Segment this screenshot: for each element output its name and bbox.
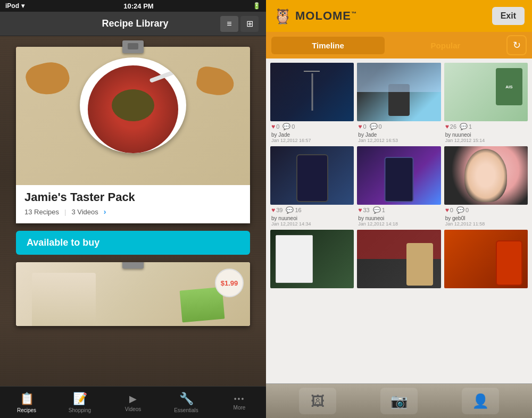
photo-item-9[interactable]: [444, 230, 528, 288]
more-icon[interactable]: ›: [104, 207, 106, 216]
price-badge: $1.99: [215, 269, 244, 297]
soup-garnish: [112, 89, 154, 121]
pole-img: [311, 73, 313, 111]
tab-popular[interactable]: Popular: [389, 37, 502, 54]
recipe-image-1: [16, 47, 250, 185]
likes-2: ♥ 0: [358, 123, 366, 130]
exit-button[interactable]: Exit: [492, 7, 525, 25]
status-left: iPod ▾: [5, 2, 24, 10]
date-1: Jan 12,2012 16:57: [270, 138, 354, 143]
gallery-button[interactable]: 🖼: [299, 388, 336, 414]
comments-2: 💬 0: [370, 123, 382, 130]
date-6: Jan 12,2012 11:58: [444, 221, 528, 227]
photo-thumb-7: [270, 230, 354, 288]
photo-meta-6: ♥ 0 💬 0: [444, 205, 528, 215]
photo-row-3: [270, 230, 528, 288]
app-name: MOLOME™: [295, 9, 357, 23]
list-view-button[interactable]: ≡: [220, 16, 238, 32]
likes-6: ♥ 0: [445, 206, 453, 214]
date-5: Jan 12,2012 14:18: [357, 221, 440, 227]
molome-logo: 🦉 MOLOME™: [273, 7, 357, 25]
trademark: ™: [351, 11, 357, 16]
author-5: by nuuneoi: [357, 215, 440, 221]
nav-item-essentials[interactable]: 🔧 Essentials: [160, 390, 213, 415]
videos-icon: ▶: [129, 393, 137, 405]
heart-icon-6: ♥: [445, 206, 449, 214]
videos-label: Videos: [125, 406, 141, 412]
page-title: Recipe Library: [50, 18, 220, 29]
chat-icon-6: 💬: [456, 206, 464, 214]
list-icon: ≡: [227, 19, 231, 29]
left-header: Recipe Library ≡ ⊞: [0, 12, 266, 36]
photo-meta-4: ♥ 39 💬 16: [270, 205, 354, 215]
nav-item-more[interactable]: ••• More: [213, 392, 266, 413]
sky: [357, 63, 440, 92]
photo-item-2[interactable]: ♥ 0 💬 0 by Jade Jan 12,2012 16:53: [357, 63, 440, 143]
photo-thumb-5: [357, 146, 440, 205]
photo-item-6[interactable]: ♥ 0 💬 0 by geb0l Jan 12,2012 11:58: [444, 146, 528, 227]
time-display: 10:24 PM: [123, 2, 153, 10]
photo-meta-5: ♥ 33 💬 1: [357, 205, 440, 215]
photo-item-4[interactable]: ♥ 39 💬 16 by nuuneoi Jan 12,2012 14:34: [270, 146, 354, 227]
heart-icon-4: ♥: [271, 206, 275, 214]
chat-icon-1: 💬: [282, 123, 290, 130]
photo-meta-1: ♥ 0 💬 0: [270, 121, 354, 132]
camera-icon: 📷: [390, 393, 408, 409]
photo-row-1: ♥ 0 💬 0 by Jade Jan 12,2012 16:57 ♥ 0 💬 …: [270, 63, 528, 143]
meta-divider: |: [64, 208, 66, 216]
profile-icon: 👤: [472, 393, 489, 409]
photo-meta-2: ♥ 0 💬 0: [357, 121, 440, 132]
recipe-card-2[interactable]: $1.99: [16, 262, 250, 326]
red-phone-img: [496, 240, 522, 286]
photo-item-5[interactable]: ♥ 33 💬 1 by nuuneoi Jan 12,2012 14:18: [357, 146, 440, 227]
video-count: 3 Videos: [71, 208, 98, 216]
view-toggle: ≡ ⊞: [220, 16, 259, 32]
photo-thumb-9: [444, 230, 528, 288]
card-info-1: Jamie's Taster Pack 13 Recipes | 3 Video…: [16, 185, 250, 223]
photo-item-7[interactable]: [270, 230, 354, 288]
recipe-card-1[interactable]: Jamie's Taster Pack 13 Recipes | 3 Video…: [16, 47, 250, 223]
card-meta: 13 Recipes | 3 Videos ›: [24, 207, 242, 216]
shopping-icon: 📝: [73, 392, 87, 406]
photo-item-8[interactable]: [357, 230, 440, 288]
heart-icon-2: ♥: [358, 123, 362, 130]
author-2: by Jade: [357, 132, 440, 138]
photo-item-3[interactable]: AIS ♥ 26 💬 1 by nuuneoi Jan 12,2012 15:1…: [444, 63, 528, 143]
right-panel: 🦉 MOLOME™ Exit Timeline Popular ↻ ♥ 0: [266, 0, 532, 418]
likes-1: ♥ 0: [271, 123, 279, 130]
wire-img: [304, 71, 320, 72]
girl-face-img: [464, 149, 507, 202]
date-4: Jan 12,2012 14:34: [270, 221, 354, 227]
comments-1: 💬 0: [282, 123, 295, 130]
nav-item-shopping[interactable]: 📝 Shopping: [53, 390, 106, 415]
likes-3: ♥ 26: [445, 123, 456, 130]
grid-icon: ⊞: [246, 19, 253, 29]
phone2-img: [384, 157, 413, 202]
photo-item-1[interactable]: ♥ 0 💬 0 by Jade Jan 12,2012 16:57: [270, 63, 354, 143]
chat-icon-5: 💬: [373, 206, 381, 214]
photo-meta-3: ♥ 26 💬 1: [444, 121, 528, 132]
date-3: Jan 12,2012 15:14: [444, 138, 528, 143]
recipes-label: Recipes: [17, 407, 36, 413]
author-3: by nuuneoi: [444, 132, 528, 138]
recipe-image-2: $1.99: [16, 262, 250, 326]
buy-banner[interactable]: Available to buy: [16, 231, 250, 255]
photo-grid: ♥ 0 💬 0 by Jade Jan 12,2012 16:57 ♥ 0 💬 …: [266, 58, 532, 383]
refresh-button[interactable]: ↻: [506, 35, 527, 55]
date-2: Jan 12,2012 16:53: [357, 138, 440, 143]
tab-bar: Timeline Popular ↻: [266, 32, 532, 58]
grid-view-button[interactable]: ⊞: [240, 16, 259, 32]
binder-clip-2: [122, 262, 144, 269]
profile-button[interactable]: 👤: [462, 388, 499, 414]
tab-timeline[interactable]: Timeline: [271, 37, 385, 54]
essentials-icon: 🔧: [179, 392, 194, 406]
nav-item-recipes[interactable]: 📋 Recipes: [0, 390, 53, 415]
coffee-img: [406, 243, 433, 286]
nav-item-videos[interactable]: ▶ Videos: [106, 391, 160, 414]
refresh-icon: ↻: [513, 39, 521, 51]
camera-button[interactable]: 📷: [380, 388, 418, 414]
battery-icon: 🔋: [253, 2, 261, 10]
chat-icon-3: 💬: [460, 123, 468, 130]
recipe-list: Jamie's Taster Pack 13 Recipes | 3 Video…: [0, 36, 266, 386]
price-text: $1.99: [221, 279, 238, 287]
